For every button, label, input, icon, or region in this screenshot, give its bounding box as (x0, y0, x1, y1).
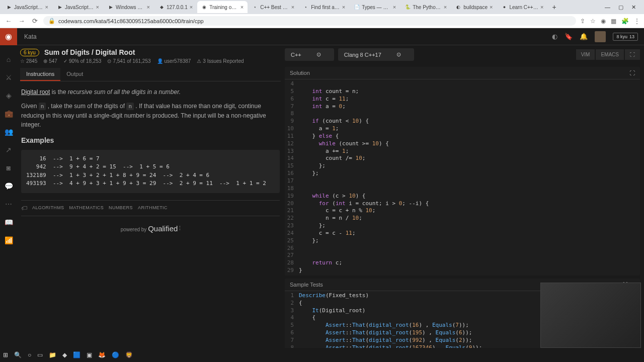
browser-tab[interactable]: ▶Windows 10 tutor× (104, 1, 154, 13)
tab-output[interactable]: Output (60, 68, 89, 81)
brave-icon[interactable]: 🦁 (125, 351, 133, 358)
bookmark-icon[interactable]: 🔖 (565, 33, 573, 40)
tag-item[interactable]: ALGORITHMS (32, 205, 64, 212)
stat-issues[interactable]: ⚠ 3 Issues Reported (197, 58, 244, 64)
browser-tab[interactable]: ⋆Find first and las× (299, 1, 349, 13)
tab-close-icon[interactable]: × (540, 4, 543, 10)
browser-tab[interactable]: ●Learn C++ | Solo× (497, 1, 547, 13)
browser-tab[interactable]: ▶JavaScript Form V× (53, 1, 103, 13)
tab-close-icon[interactable]: × (45, 4, 48, 10)
rail-practice-icon[interactable]: ⚔ (6, 73, 12, 81)
language-select[interactable]: C++ ⊙ (285, 48, 334, 61)
tab-label: The Python Chall (413, 5, 442, 10)
expand-icon[interactable]: ⛶ (629, 70, 635, 76)
code-line: 19 while (c > 10) { (285, 193, 640, 200)
stat-stars[interactable]: ☆ 2845 (20, 58, 37, 64)
tab-label: Training on Sum o (209, 5, 238, 10)
tab-close-icon[interactable]: × (291, 4, 294, 10)
code-line: 7 int a = 0; (285, 103, 640, 111)
code-line: 17 (285, 177, 640, 185)
theme-toggle-icon[interactable]: ◐ (552, 33, 557, 40)
tab-close-icon[interactable]: × (444, 4, 447, 10)
share-icon[interactable]: ⇪ (580, 18, 585, 25)
stat-author[interactable]: 👤 user578387 (157, 58, 191, 64)
rail-community-icon[interactable]: 👥 (5, 128, 13, 136)
tab-close-icon[interactable]: × (490, 4, 493, 10)
browser-tab[interactable]: ◆127.0.0.1× (154, 1, 197, 13)
browser-tab[interactable]: ◐buildspace× (451, 1, 497, 13)
rail-briefcase-icon[interactable]: 💼 (5, 110, 13, 118)
new-tab-button[interactable]: + (548, 3, 560, 11)
kata-nav-link[interactable]: Kata (17, 33, 44, 40)
tab-instructions[interactable]: Instructions (20, 68, 60, 81)
code-line: 14 count /= 10; (285, 155, 640, 162)
rail-more-icon[interactable]: ⋯ (5, 200, 12, 208)
start-icon[interactable]: ⊞ (3, 351, 8, 358)
app-1-icon[interactable]: ◆ (62, 351, 67, 358)
browser-tab[interactable]: ▶JavaScript Search× (2, 1, 52, 13)
browser-tab[interactable]: ⋆C++ Best way to× (248, 1, 298, 13)
menu-icon[interactable]: ⋮ (634, 18, 640, 25)
tag-item[interactable]: MATHEMATICS (69, 205, 104, 212)
tab-close-icon[interactable]: × (240, 4, 244, 10)
close-icon[interactable]: ✕ (631, 4, 636, 11)
avatar[interactable] (595, 31, 606, 42)
rail-docs-icon[interactable]: 📖 (5, 218, 13, 226)
tab-close-icon[interactable]: × (96, 4, 99, 10)
rail-home-icon[interactable]: ⌂ (7, 55, 11, 63)
tab-close-icon[interactable]: × (147, 4, 150, 10)
rail-freestyle-icon[interactable]: ◈ (6, 92, 12, 100)
puzzle-icon[interactable]: 🧩 (621, 18, 629, 25)
vscode-icon[interactable]: 🟦 (73, 351, 80, 358)
tab-label: JavaScript Search (14, 5, 43, 10)
tab-close-icon[interactable]: × (393, 4, 396, 10)
notifications-icon[interactable]: 🔔 (580, 33, 588, 40)
rank-badge[interactable]: 8 kyu 13 (613, 33, 638, 41)
tab-label: C++ Best way to (260, 5, 289, 10)
stat-saved[interactable]: ⊕ 547 (43, 58, 57, 64)
examples-heading: Examples (21, 135, 280, 146)
solution-editor[interactable]: 45 int count = n;6 int c = 11;7 int a = … (285, 79, 640, 276)
stat-ranked: ⊙ 7,541 of 161,253 (107, 58, 150, 64)
kyu-tag: 6 kyu (20, 49, 39, 56)
firefox-icon[interactable]: 🦊 (98, 351, 106, 358)
app-2-icon[interactable]: ▣ (87, 351, 92, 358)
maximize-icon[interactable]: ▢ (618, 4, 623, 11)
fullscreen-button[interactable]: ⛶ (625, 49, 640, 60)
rail-chat-icon[interactable]: 💬 (5, 182, 13, 190)
codewars-logo[interactable]: ◉ (0, 28, 17, 45)
ext-2-icon[interactable]: ▦ (611, 18, 616, 25)
taskview-icon[interactable]: ▭ (37, 351, 43, 358)
minimize-icon[interactable]: — (605, 4, 610, 11)
code-line: 25 }; (285, 237, 640, 245)
star-icon[interactable]: ☆ (590, 18, 596, 25)
tab-favicon: ⋆ (303, 4, 309, 10)
search-icon[interactable]: 🔍 (14, 351, 22, 358)
tab-label: 127.0.0.1 (167, 5, 188, 10)
url-input[interactable]: 🔒 codewars.com/kata/541c8630095125aba600… (43, 16, 576, 26)
browser-tab[interactable]: 🐍The Python Chall× (400, 1, 451, 13)
language-label: C++ (291, 52, 301, 58)
compiler-select[interactable]: Clang 8 C++17 ⊙ (338, 48, 414, 61)
tag-item[interactable]: NUMBERS (109, 205, 133, 212)
ext-1-icon[interactable]: ◉ (601, 18, 606, 25)
cortana-icon[interactable]: ○ (28, 351, 31, 358)
forward-button[interactable]: → (17, 17, 26, 25)
emacs-mode-button[interactable]: EMACS (596, 49, 624, 60)
chrome-icon[interactable]: 🔵 (112, 351, 119, 358)
chevron-down-icon: ⊙ (316, 51, 321, 58)
browser-tab[interactable]: 📄Types — Solidity× (350, 1, 400, 13)
rail-discord-icon[interactable]: ◙ (7, 164, 11, 172)
explorer-icon[interactable]: 📁 (49, 351, 56, 358)
reload-button[interactable]: ⟳ (30, 17, 39, 25)
code-line: 28 return c; (285, 259, 640, 267)
rail-ranking-icon[interactable]: ↗ (6, 146, 12, 154)
rail-blog-icon[interactable]: 📶 (5, 236, 13, 244)
browser-tab[interactable]: ◉Training on Sum o× (197, 1, 248, 13)
tab-close-icon[interactable]: × (342, 4, 345, 10)
tag-item[interactable]: ARITHMETIC (138, 205, 168, 212)
tab-close-icon[interactable]: × (190, 4, 193, 10)
browser-tabs: ▶JavaScript Search×▶JavaScript Form V×▶W… (0, 0, 644, 14)
back-button[interactable]: ← (4, 17, 13, 25)
vim-mode-button[interactable]: VIM (576, 49, 595, 60)
